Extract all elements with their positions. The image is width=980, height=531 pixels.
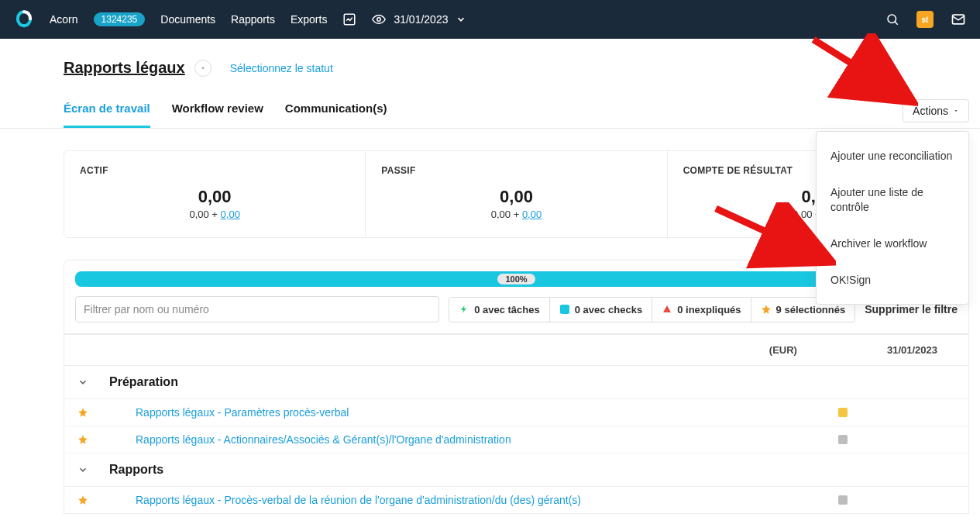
svg-rect-6 <box>560 305 569 314</box>
star-icon[interactable] <box>75 495 91 505</box>
header-date: 31/01/2023 <box>887 344 937 356</box>
menu-archive-workflow[interactable]: Archiver le workflow <box>817 226 968 262</box>
actions-button[interactable]: Actions <box>903 99 969 122</box>
square-icon <box>559 304 570 315</box>
chip-unexplained[interactable]: 0 inexpliqués <box>652 298 751 322</box>
svg-point-1 <box>377 18 381 22</box>
card-sub-link[interactable]: 0,00 <box>221 209 240 220</box>
status-select-link[interactable]: Sélectionnez le statut <box>230 62 333 74</box>
menu-add-reconciliation[interactable]: Ajouter une reconciliation <box>817 138 968 174</box>
table-row: Rapports légaux - Procès-verbal de la ré… <box>64 487 968 513</box>
app-logo[interactable] <box>14 9 34 29</box>
bolt-icon <box>459 304 469 315</box>
actions-menu: Ajouter une reconciliation Ajouter une l… <box>816 131 969 305</box>
status-indicator-icon <box>838 435 848 444</box>
tab-workflow-review[interactable]: Workflow review <box>172 94 263 128</box>
page-header: Rapports légaux Sélectionnez le statut <box>0 39 980 83</box>
chevron-down-icon[interactable] <box>456 14 466 25</box>
section-preparation: Préparation <box>64 366 968 399</box>
header-currency: (EUR) <box>769 344 797 356</box>
page-title[interactable]: Rapports légaux <box>64 59 185 77</box>
section-title: Rapports <box>109 463 163 477</box>
chip-checks[interactable]: 0 avec checks <box>550 298 652 322</box>
row-link[interactable]: Rapports légaux - Actionnaires/Associés … <box>136 433 827 446</box>
card-sub: 0,00 + 0,00 <box>80 209 349 220</box>
progress-badge: 100% <box>497 274 535 284</box>
actions-button-label: Actions <box>913 105 948 117</box>
tabs-row: Écran de travail Workflow review Communi… <box>0 94 980 129</box>
card-passif: PASSIF 0,00 0,00 + 0,00 <box>366 151 667 237</box>
card-sub-link[interactable]: 0,00 <box>522 209 542 220</box>
section-title: Préparation <box>109 375 178 389</box>
avatar[interactable]: st <box>916 11 934 28</box>
card-actif: ACTIF 0,00 0,00 + 0,00 <box>64 151 366 237</box>
nav-date-group: 31/01/2023 <box>372 12 466 26</box>
table-row: Rapports légaux - Actionnaires/Associés … <box>64 426 968 453</box>
card-value: 0,00 <box>381 187 651 207</box>
status-indicator-icon <box>838 495 848 505</box>
row-link[interactable]: Rapports légaux - Paramètres procès-verb… <box>136 406 827 419</box>
svg-point-2 <box>888 15 896 23</box>
table-header: (EUR) 31/01/2023 <box>64 334 969 366</box>
nav-org-id-badge[interactable]: 1324235 <box>94 12 146 26</box>
table-row: Rapports légaux - Paramètres procès-verb… <box>64 399 968 426</box>
status-indicator-icon <box>838 408 848 417</box>
filter-chip-group: 0 avec tâches 0 avec checks 0 inexpliqué… <box>449 297 855 322</box>
menu-add-checklist[interactable]: Ajouter une liste de contrôle <box>817 174 968 226</box>
eye-icon[interactable] <box>372 12 386 26</box>
mail-icon[interactable] <box>951 12 966 27</box>
search-icon[interactable] <box>885 12 899 26</box>
nav-org[interactable]: Acorn <box>50 13 78 26</box>
nav-rapports[interactable]: Rapports <box>231 13 275 26</box>
nav-documents[interactable]: Documents <box>160 13 215 26</box>
page-title-chevron-icon[interactable] <box>194 60 211 77</box>
section-rapports: Rapports <box>64 453 968 487</box>
row-link[interactable]: Rapports légaux - Procès-verbal de la ré… <box>136 494 827 506</box>
tab-workscreen[interactable]: Écran de travail <box>64 94 150 128</box>
top-nav: Acorn 1324235 Documents Rapports Exports… <box>0 0 980 39</box>
star-icon <box>761 304 772 315</box>
caret-down-icon <box>953 108 959 114</box>
menu-oksign[interactable]: OK!Sign <box>817 262 968 298</box>
card-label: PASSIF <box>381 165 651 176</box>
star-icon[interactable] <box>75 407 91 418</box>
card-sub: 0,00 + 0,00 <box>381 209 651 220</box>
nav-date[interactable]: 31/01/2023 <box>394 13 448 26</box>
star-icon[interactable] <box>75 434 91 445</box>
card-value: 0,00 <box>80 187 349 207</box>
card-label: ACTIF <box>80 165 349 176</box>
warning-icon <box>662 304 672 315</box>
remove-filter-link[interactable]: Supprimer le filtre <box>865 303 958 315</box>
nav-exports[interactable]: Exports <box>291 13 327 26</box>
chart-icon[interactable] <box>342 12 356 26</box>
chevron-down-icon[interactable] <box>75 464 91 475</box>
tab-communications[interactable]: Communication(s) <box>285 94 387 128</box>
filter-input[interactable] <box>75 296 439 322</box>
tabs: Écran de travail Workflow review Communi… <box>64 94 387 128</box>
rows-wrap: Préparation Rapports légaux - Paramètres… <box>64 366 969 514</box>
chevron-down-icon[interactable] <box>75 377 91 388</box>
chip-tasks[interactable]: 0 avec tâches <box>449 298 550 322</box>
